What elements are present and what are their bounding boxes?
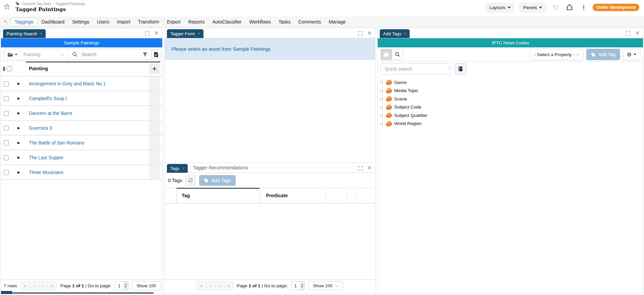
first-page-button[interactable]: « xyxy=(197,282,206,290)
column-header-tag[interactable]: Tag xyxy=(182,193,190,198)
expand-icon[interactable] xyxy=(358,31,362,36)
quick-search-input[interactable] xyxy=(385,66,446,72)
row-checkbox[interactable] xyxy=(4,96,9,101)
nav-tab-comments[interactable]: Comments xyxy=(294,18,325,26)
tree-item-label[interactable]: Media Topic xyxy=(394,88,418,93)
column-header-painting[interactable]: Painting xyxy=(29,66,48,71)
painting-link[interactable]: The Battle of San Romano xyxy=(29,140,84,145)
last-page-button[interactable]: » xyxy=(48,282,57,290)
search-view-button[interactable] xyxy=(392,49,403,60)
entity-select[interactable]: Painting xyxy=(4,49,68,60)
tree-item-label[interactable]: Subject Code xyxy=(394,104,421,110)
tree-expander-icon[interactable]: ▷ xyxy=(380,114,384,117)
tree-item[interactable]: ▷Media Topic xyxy=(378,87,643,95)
tree-expander-icon[interactable]: ▷ xyxy=(380,89,384,92)
nav-tab-dashboard[interactable]: Dashboard xyxy=(38,18,68,26)
tree-item[interactable]: ▷Scene xyxy=(378,95,643,103)
table-row[interactable]: ▶The Last Supper xyxy=(1,151,162,165)
tree-expander-icon[interactable]: ▷ xyxy=(380,81,384,84)
row-expander-icon[interactable]: ▶ xyxy=(17,96,20,100)
nav-tab-workflows[interactable]: Workflows xyxy=(245,18,274,26)
nav-tab-transform[interactable]: Transform xyxy=(134,18,163,26)
expand-icon[interactable] xyxy=(358,166,362,170)
nav-tab-users[interactable]: Users xyxy=(93,18,113,26)
row-expander-icon[interactable]: ▶ xyxy=(17,141,20,144)
painting-link[interactable]: The Last Supper xyxy=(29,155,64,160)
breadcrumb-root[interactable]: Content Tag Sets xyxy=(21,2,51,6)
chevron-down-icon[interactable] xyxy=(448,67,450,69)
painting-link[interactable]: Campbell's Soup I xyxy=(29,96,67,101)
first-page-button[interactable]: « xyxy=(20,282,30,290)
favorite-star-icon[interactable]: ☆ xyxy=(3,3,11,11)
close-icon[interactable]: ✕ xyxy=(635,31,640,36)
tab-close-icon[interactable]: × xyxy=(404,31,406,36)
search-input[interactable] xyxy=(82,52,142,57)
tree-expander-icon[interactable]: ▷ xyxy=(380,106,384,109)
tab-painting-search[interactable]: Painting Search × xyxy=(3,29,46,38)
table-row[interactable]: ▶Three Musicians xyxy=(1,165,162,180)
layouts-button[interactable]: Layouts xyxy=(485,2,515,13)
column-header-predicate[interactable]: Predicate xyxy=(266,193,288,198)
row-checkbox[interactable] xyxy=(4,111,9,116)
page-number-spinner[interactable]: 1 xyxy=(291,281,305,290)
close-icon[interactable]: ✕ xyxy=(367,31,372,36)
close-icon[interactable]: ✕ xyxy=(154,31,159,36)
sort-icon[interactable] xyxy=(3,67,5,71)
tree-item[interactable]: ▷Subject Code xyxy=(378,103,643,112)
table-row[interactable]: ▶Dancers at the Barre xyxy=(1,106,162,121)
page-number-spinner[interactable]: 1 xyxy=(115,281,129,290)
table-row[interactable]: ▶The Battle of San Romano xyxy=(1,136,162,151)
select-all-checkbox[interactable] xyxy=(7,66,12,71)
painting-link[interactable]: Guernica 3 xyxy=(29,125,52,131)
last-page-button[interactable]: » xyxy=(224,282,233,290)
tab-tagger-recommendations[interactable]: Tagger Recommendations xyxy=(193,165,248,170)
tree-expander-icon[interactable]: ▷ xyxy=(380,97,384,100)
table-row[interactable]: ▶Guernica 3 xyxy=(1,121,162,136)
tree-item[interactable]: ▷World Region xyxy=(378,120,643,128)
prev-page-button[interactable]: ‹ xyxy=(30,282,39,290)
home-button[interactable] xyxy=(564,2,574,12)
row-expander-icon[interactable]: ▶ xyxy=(17,156,20,159)
tab-close-icon[interactable]: × xyxy=(198,31,200,36)
spinner-arrows[interactable] xyxy=(123,282,128,290)
nav-tab-settings[interactable]: Settings xyxy=(68,18,93,26)
tree-item[interactable]: ▷Subject Qualifier xyxy=(378,111,643,120)
nav-tab-taggings[interactable]: Taggings xyxy=(11,17,38,26)
close-icon[interactable]: ✕ xyxy=(367,165,372,171)
property-select[interactable]: - Select a Property - xyxy=(530,49,584,60)
tab-close-icon[interactable]: × xyxy=(182,166,184,171)
tab-add-tags[interactable]: Add Tags × xyxy=(380,29,410,38)
add-column-button[interactable]: + xyxy=(149,64,159,74)
painting-link[interactable]: Dancers at the Barre xyxy=(29,111,72,116)
row-expander-icon[interactable]: ▶ xyxy=(17,82,20,85)
tree-item-label[interactable]: Subject Qualifier xyxy=(394,113,427,118)
tab-tagger-form[interactable]: Tagger Form × xyxy=(167,29,203,38)
export-list-button[interactable] xyxy=(151,50,161,59)
expand-icon[interactable] xyxy=(626,31,630,36)
tree-expander-icon[interactable]: ▷ xyxy=(380,122,384,125)
tag-view-button[interactable] xyxy=(380,49,392,60)
dictionary-button[interactable] xyxy=(455,63,466,75)
add-tag-button[interactable]: Add Tag xyxy=(586,49,620,60)
expand-icon[interactable] xyxy=(145,31,149,36)
row-expander-icon[interactable]: ▶ xyxy=(17,111,20,115)
nav-tab-export[interactable]: Export xyxy=(163,18,184,26)
nav-tab-reports[interactable]: Reports xyxy=(185,18,209,26)
painting-link[interactable]: Three Musicians xyxy=(29,170,63,175)
more-options-button[interactable] xyxy=(579,2,589,12)
next-page-button[interactable]: › xyxy=(215,282,224,290)
row-checkbox[interactable] xyxy=(4,170,9,175)
nav-tab-tasks[interactable]: Tasks xyxy=(275,18,294,26)
tree-item-label[interactable]: Genre xyxy=(394,80,407,85)
nav-tab-import[interactable]: Import xyxy=(113,18,134,26)
table-row[interactable]: ▶Campbell's Soup I xyxy=(1,91,162,106)
undo-button[interactable] xyxy=(550,2,560,12)
nav-tab-autoclassifier[interactable]: AutoClassifier xyxy=(209,18,245,26)
tree-item-label[interactable]: World Region xyxy=(394,121,422,126)
row-checkbox[interactable] xyxy=(4,126,9,131)
tree-item-label[interactable]: Scene xyxy=(394,96,407,101)
page-size-select[interactable]: Show 100 xyxy=(308,281,343,290)
table-row[interactable]: ▶Arrangement in Grey and Black No.1 xyxy=(1,77,162,91)
tab-tags[interactable]: Tags × xyxy=(167,164,188,173)
row-expander-icon[interactable]: ▶ xyxy=(17,170,20,174)
